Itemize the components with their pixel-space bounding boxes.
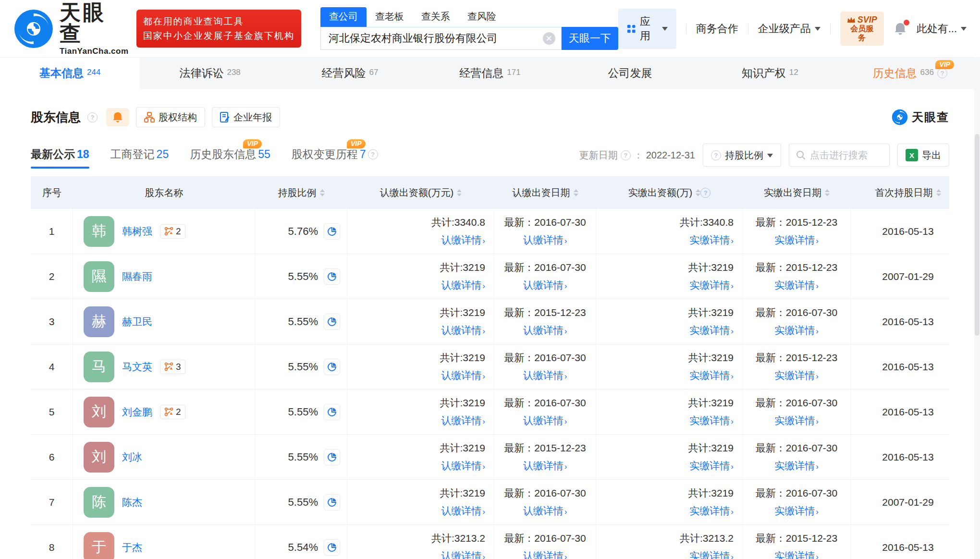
subscribed-detail-link[interactable]: 认缴详情›	[523, 369, 567, 382]
help-icon[interactable]: ?	[937, 68, 947, 78]
svip-member-badge[interactable]: SVIP 会员服务	[840, 12, 884, 46]
pie-chart-button[interactable]	[324, 404, 340, 420]
help-icon[interactable]: ?	[368, 149, 378, 159]
paid-detail-link[interactable]: 实缴详情›	[689, 504, 734, 518]
search-input[interactable]	[329, 32, 543, 45]
relation-badge[interactable]: 3	[160, 360, 185, 374]
pie-chart-button[interactable]	[324, 359, 340, 375]
tab-company-development[interactable]: 公司发展	[560, 58, 700, 89]
table-search-box[interactable]	[789, 144, 890, 167]
shareholder-name-link[interactable]: 马文英	[122, 360, 152, 374]
paid-detail-link[interactable]: 实缴详情›	[689, 233, 734, 247]
table-row: 3 赫 赫卫民 5.55%	[31, 299, 949, 344]
tab-operation-risk[interactable]: 经营风险 67	[280, 58, 420, 89]
paid-detail-link[interactable]: 实缴详情›	[774, 504, 819, 518]
subscribed-detail-link[interactable]: 认缴详情›	[441, 549, 485, 559]
paid-detail-link[interactable]: 实缴详情›	[774, 414, 819, 427]
scrollbar-track[interactable]	[974, 57, 980, 559]
user-menu[interactable]: 此处有...	[917, 22, 967, 36]
ratio-filter-dropdown[interactable]: ? 持股比例	[703, 144, 781, 167]
monitor-bell-button[interactable]	[106, 108, 129, 126]
paid-detail-link[interactable]: 实缴详情›	[774, 233, 819, 247]
subtab-latest-disclosure[interactable]: 最新公示 18	[31, 147, 89, 169]
relation-badge[interactable]: 2	[160, 405, 185, 419]
search-tab-relation[interactable]: 查关系	[413, 7, 459, 27]
subtab-history-shareholders[interactable]: VIP 历史股东信息 55	[190, 147, 270, 169]
notification-bell[interactable]	[894, 22, 907, 36]
shareholder-name-link[interactable]: 韩树强	[122, 225, 152, 238]
tab-history-info[interactable]: VIP 历史信息 636 ?	[840, 58, 980, 89]
paid-detail-link[interactable]: 实缴详情›	[774, 279, 819, 292]
annual-report-button[interactable]: 企业年报	[212, 107, 280, 127]
subscribed-date-cell: 最新：2015-12-23 认缴详情›	[494, 299, 596, 344]
subscribed-detail-link[interactable]: 认缴详情›	[523, 414, 567, 427]
pie-chart-button[interactable]	[324, 494, 340, 510]
subscribed-detail-link[interactable]: 认缴详情›	[441, 324, 485, 337]
menu-enterprise-products[interactable]: 企业级产品	[758, 22, 821, 36]
equity-structure-button[interactable]: 股权结构	[136, 107, 205, 127]
help-icon[interactable]: ?	[700, 188, 710, 198]
paid-detail-link[interactable]: 实缴详情›	[689, 549, 734, 559]
tab-legal-litigation[interactable]: 法律诉讼 238	[140, 58, 280, 89]
tianyancha-logo[interactable]: 天眼查 TianYanCha.com	[13, 2, 129, 55]
paid-detail-link[interactable]: 实缴详情›	[689, 324, 734, 337]
apps-menu[interactable]: 应用	[618, 9, 676, 49]
subscribed-detail-link[interactable]: 认缴详情›	[523, 324, 567, 337]
clear-search-icon[interactable]: ✕	[543, 32, 555, 45]
subscribed-detail-link[interactable]: 认缴详情›	[523, 504, 567, 518]
subscribed-detail-link[interactable]: 认缴详情›	[441, 279, 485, 292]
subscribed-detail-link[interactable]: 认缴详情›	[441, 414, 485, 427]
paid-detail-link[interactable]: 实缴详情›	[689, 369, 734, 382]
relation-badge[interactable]: 2	[160, 224, 185, 239]
subscribed-detail-link[interactable]: 认缴详情›	[441, 233, 485, 247]
shareholder-name-link[interactable]: 刘冰	[122, 450, 142, 464]
subscribed-detail-link[interactable]: 认缴详情›	[441, 459, 485, 473]
tab-operation-info[interactable]: 经营信息 171	[420, 58, 560, 89]
subscribed-detail-link[interactable]: 认缴详情›	[523, 233, 567, 247]
paid-detail-link[interactable]: 实缴详情›	[774, 549, 819, 559]
ratio-cell: 5.54%	[255, 525, 347, 559]
pie-chart-button[interactable]	[324, 268, 340, 285]
first-holding-date-cell: 2016-05-13	[851, 525, 965, 559]
paid-detail-link[interactable]: 实缴详情›	[774, 369, 819, 382]
paid-detail-link[interactable]: 实缴详情›	[774, 459, 819, 473]
subscribed-detail-link[interactable]: 认缴详情›	[523, 279, 567, 292]
sort-icon[interactable]	[457, 187, 462, 199]
shareholder-name-link[interactable]: 刘金鹏	[122, 405, 152, 419]
paid-detail-link[interactable]: 实缴详情›	[689, 459, 734, 473]
help-icon[interactable]: ?	[87, 112, 98, 122]
table-search-input[interactable]	[810, 150, 882, 161]
subscribed-detail-link[interactable]: 认缴详情›	[441, 369, 485, 382]
shareholder-name-link[interactable]: 赫卫民	[122, 315, 152, 328]
search-button[interactable]: 天眼一下	[562, 27, 618, 50]
search-tab-boss[interactable]: 查老板	[367, 7, 413, 27]
pie-chart-button[interactable]	[324, 449, 340, 465]
pie-chart-button[interactable]	[324, 223, 340, 240]
search-tab-risk[interactable]: 查风险	[459, 7, 505, 27]
shareholder-name-link[interactable]: 陈杰	[122, 496, 142, 509]
sort-icon[interactable]	[696, 187, 700, 199]
sort-icon[interactable]	[936, 187, 941, 199]
subscribed-detail-link[interactable]: 认缴详情›	[441, 504, 485, 518]
search-tab-company[interactable]: 查公司	[320, 7, 367, 27]
menu-business-coop[interactable]: 商务合作	[696, 22, 738, 36]
paid-detail-link[interactable]: 实缴详情›	[689, 414, 734, 427]
paid-detail-link[interactable]: 实缴详情›	[689, 279, 734, 292]
pie-chart-button[interactable]	[324, 314, 340, 330]
sort-icon[interactable]	[574, 187, 578, 199]
export-button[interactable]: X 导出	[897, 144, 949, 167]
scrollbar-thumb[interactable]	[975, 134, 980, 336]
subtab-equity-change-history[interactable]: VIP 股权变更历程 7 ?	[292, 147, 378, 169]
help-icon[interactable]: ?	[621, 150, 631, 160]
paid-detail-link[interactable]: 实缴详情›	[774, 324, 819, 337]
tab-intellectual-property[interactable]: 知识产权 12	[700, 58, 840, 89]
sort-icon[interactable]	[825, 187, 830, 199]
subscribed-detail-link[interactable]: 认缴详情›	[523, 549, 567, 559]
shareholder-name-link[interactable]: 隰春雨	[122, 270, 152, 283]
subtab-business-registration[interactable]: 工商登记 25	[110, 147, 169, 169]
sort-icon[interactable]	[320, 187, 325, 199]
subscribed-detail-link[interactable]: 认缴详情›	[523, 459, 567, 473]
pie-chart-button[interactable]	[324, 539, 340, 556]
shareholder-name-link[interactable]: 于杰	[122, 541, 142, 554]
tab-basic-info[interactable]: 基本信息 244	[0, 58, 140, 89]
